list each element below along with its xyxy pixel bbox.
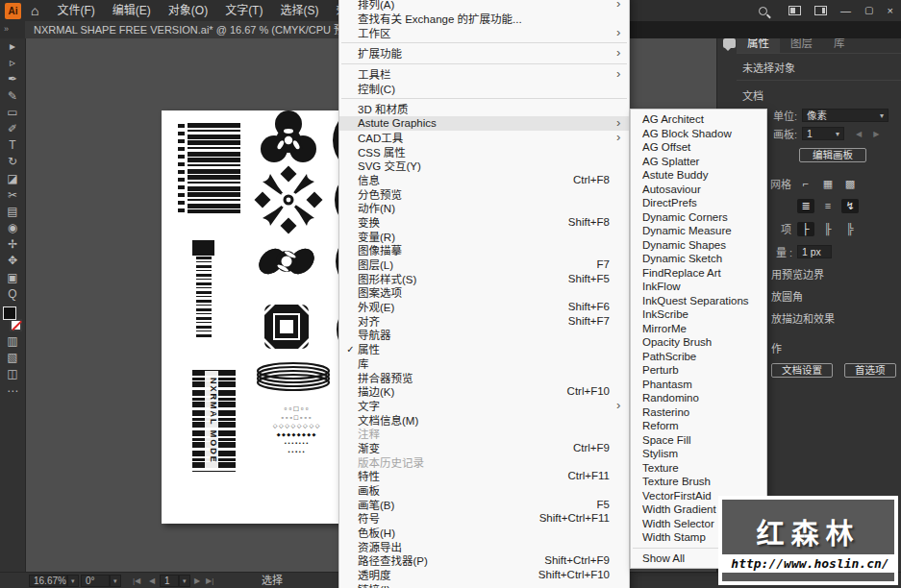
blend-tool-icon[interactable]: ✢ <box>3 236 23 253</box>
artboard-dropdown-icon[interactable]: ▾ <box>179 575 190 587</box>
submenu-item-directprefs[interactable]: DirectPrefs <box>631 196 766 210</box>
artboard-number-field[interactable]: 1 <box>160 575 179 587</box>
menu-item-astute-graphics[interactable]: Astute Graphics› <box>339 116 629 131</box>
submenu-item-ag-splatter[interactable]: AG Splatter <box>631 155 766 169</box>
edit-artboards-button[interactable]: 编辑画板 <box>799 148 866 162</box>
scissors-tool-icon[interactable]: ✂ <box>3 187 23 204</box>
menubar-item-file[interactable]: 文件(F) <box>48 0 103 21</box>
type-tool-icon[interactable]: T <box>3 137 23 154</box>
menu-item-svg-interactivity[interactable]: SVG 交互(Y) <box>339 159 629 173</box>
submenu-item-perturb[interactable]: Perturb <box>631 363 766 378</box>
minimize-button[interactable]: — <box>840 0 851 21</box>
drawing-mode-icon[interactable]: ▧ <box>3 350 23 366</box>
document-setup-button[interactable]: 文档设置 <box>771 363 833 378</box>
menu-item-links[interactable]: 链接(I) <box>339 582 629 588</box>
zoom-dropdown-icon[interactable]: ▾ <box>67 575 79 587</box>
pen-tool-icon[interactable]: ✒ <box>3 71 23 87</box>
rotation-field[interactable]: 0° <box>81 575 110 587</box>
more-tools-icon[interactable]: ⋯ <box>3 383 23 400</box>
menu-item-libraries[interactable]: 库 <box>339 356 629 371</box>
menubar-item-select[interactable]: 选择(S) <box>271 0 327 21</box>
menu-item-align[interactable]: 对齐Shift+F7 <box>339 313 629 328</box>
submenu-item-astute-buddy[interactable]: Astute Buddy <box>631 168 766 183</box>
grid-icon[interactable]: ▦ <box>819 177 837 191</box>
menu-item-appearance[interactable]: 外观(E)Shift+F6 <box>339 300 629 314</box>
menu-item-brushes[interactable]: 画笔(B)F5 <box>339 497 629 511</box>
menubar-item-type[interactable]: 文字(T) <box>216 0 271 21</box>
menu-item-transparency[interactable]: 透明度Shift+Ctrl+F10 <box>339 568 629 582</box>
menu-item-stroke[interactable]: 描边(K)Ctrl+F10 <box>339 384 629 399</box>
snap-option-2-icon[interactable]: ╟ <box>819 222 837 236</box>
submenu-item-autosaviour[interactable]: Autosaviour <box>631 183 766 197</box>
menu-item-transform[interactable]: 变换Shift+F8 <box>339 215 629 230</box>
menu-item-find-extensions[interactable]: 查找有关 Exchange 的扩展功能... <box>339 12 629 26</box>
keyboard-increment-field[interactable]: 1 px <box>797 245 832 258</box>
first-artboard-icon[interactable]: |◀ <box>133 575 140 587</box>
artboard-tool-icon[interactable]: ▣ <box>3 270 23 286</box>
transparency-grid-icon[interactable]: ▩ <box>841 177 859 191</box>
rectangle-tool-icon[interactable]: ▭ <box>3 105 23 121</box>
menu-item-pathfinder[interactable]: 路径查找器(P)Shift+Ctrl+F9 <box>339 553 629 568</box>
close-button[interactable]: × <box>888 0 893 21</box>
menu-item-properties[interactable]: ✓属性 <box>339 342 629 356</box>
menu-item-separations-preview[interactable]: 分色预览 <box>339 186 629 201</box>
menu-item-actions[interactable]: 动作(N) <box>339 201 629 215</box>
comments-panel-icon[interactable] <box>723 38 736 48</box>
submenu-item-mirrorme[interactable]: MirrorMe <box>631 322 766 336</box>
guides-icon[interactable]: ≣ <box>797 199 814 213</box>
submenu-item-ag-offset[interactable]: AG Offset <box>631 140 766 155</box>
menu-item-layers[interactable]: 图层(L)F7 <box>339 257 629 272</box>
menu-item-control[interactable]: 控制(C) <box>339 81 629 95</box>
rotate-tool-icon[interactable]: ↻ <box>3 154 23 170</box>
next-artboard-icon[interactable]: ▶ <box>873 130 879 138</box>
artboard-select[interactable]: 1 ▾ <box>802 127 844 140</box>
submenu-item-dynamic-corners[interactable]: Dynamic Corners <box>631 210 766 225</box>
menu-item-info[interactable]: 信息Ctrl+F8 <box>339 173 629 187</box>
selection-tool-icon[interactable]: ▸ <box>3 38 23 55</box>
submenu-item-pathscribe[interactable]: PathScribe <box>631 350 766 364</box>
menu-item-graphic-styles[interactable]: 图形样式(S)Shift+F5 <box>339 271 629 285</box>
last-artboard-icon[interactable]: ▶| <box>206 575 213 587</box>
zoom-level-field[interactable]: 16.67% <box>29 575 67 587</box>
search-icon[interactable] <box>759 7 767 15</box>
submenu-item-texture-brush[interactable]: Texture Brush <box>631 475 766 489</box>
menubar-item-edit[interactable]: 编辑(E) <box>104 0 160 21</box>
menu-item-extensions[interactable]: 扩展功能› <box>339 46 629 61</box>
fill-color-swatch[interactable] <box>3 306 16 320</box>
home-icon[interactable]: ⌂ <box>31 3 38 18</box>
next-artboard-icon[interactable]: ▶ <box>194 575 200 587</box>
hand-tool-icon[interactable]: ✥ <box>3 253 23 269</box>
menubar-item-object[interactable]: 对象(O) <box>160 0 216 21</box>
menu-item-toolbars[interactable]: 工具栏› <box>339 67 629 82</box>
menu-item-variables[interactable]: 变量(R) <box>339 229 629 243</box>
menu-item-asset-export[interactable]: 资源导出 <box>339 539 629 553</box>
menu-item-image-trace[interactable]: 图像描摹 <box>339 243 629 257</box>
snap-option-1-icon[interactable]: ├ <box>797 222 814 236</box>
menu-item-css-properties[interactable]: CSS 属性 <box>339 144 629 159</box>
previous-artboard-icon[interactable]: ◀ <box>856 130 862 138</box>
menu-item-symbols[interactable]: 符号Shift+Ctrl+F11 <box>339 511 629 526</box>
paintbrush-tool-icon[interactable]: ✐ <box>3 121 23 137</box>
rulers-icon[interactable]: ⌐ <box>797 177 814 191</box>
menu-item-gradient[interactable]: 渐变Ctrl+F9 <box>339 441 629 455</box>
submenu-item-ag-architect[interactable]: AG Architect <box>631 112 766 127</box>
submenu-item-reform[interactable]: Reform <box>631 419 766 433</box>
screen-mode-icon[interactable]: ◫ <box>3 366 23 382</box>
submenu-item-inkscribe[interactable]: InkScribe <box>631 307 766 322</box>
submenu-item-randomino[interactable]: Randomino <box>631 391 766 405</box>
menu-item-cad-tools[interactable]: CAD工具› <box>339 131 629 145</box>
snap-to-pixel-icon[interactable]: ↯ <box>841 199 859 213</box>
snap-option-3-icon[interactable]: ╠ <box>841 222 859 236</box>
menu-item-workspace[interactable]: 工作区› <box>339 25 629 39</box>
curvature-tool-icon[interactable]: ✎ <box>3 88 23 105</box>
menu-item-3d-materials[interactable]: 3D 和材质 <box>339 102 629 116</box>
maximize-button[interactable]: ▢ <box>864 0 873 21</box>
submenu-item-phantasm[interactable]: Phantasm <box>631 378 766 392</box>
dock-collapse-icon[interactable]: » <box>0 21 25 38</box>
gradient-tool-icon[interactable]: ▤ <box>3 204 23 220</box>
unit-select[interactable]: 像素 ▾ <box>802 109 888 122</box>
submenu-item-rasterino[interactable]: Rasterino <box>631 405 766 420</box>
document-tab[interactable]: NXRMAL SHAPE FREE VERSION.ai* @ 16.67 % … <box>25 21 383 38</box>
menu-item-attributes[interactable]: 特性Ctrl+F11 <box>339 469 629 483</box>
menu-item-type-menu[interactable]: 文字› <box>339 399 629 413</box>
